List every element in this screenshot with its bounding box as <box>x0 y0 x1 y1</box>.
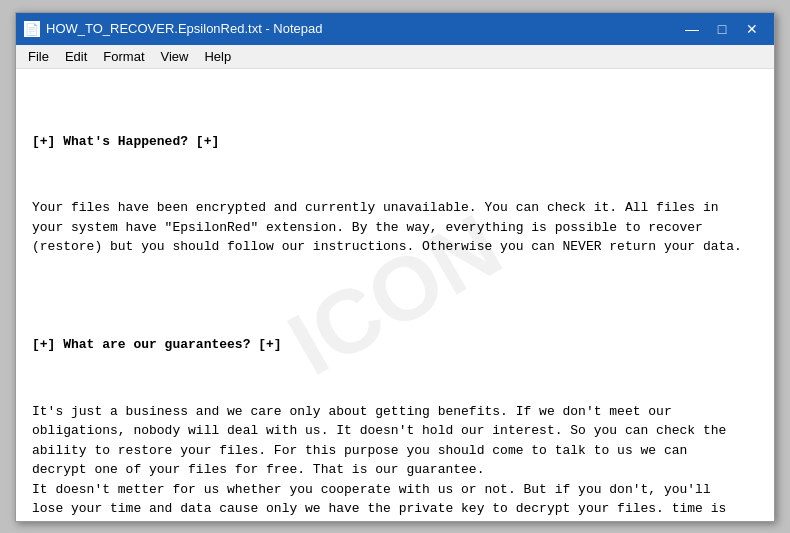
title-bar-controls: — □ ✕ <box>678 17 766 41</box>
document-content: [+] What's Happened? [+] Your files have… <box>32 81 758 521</box>
app-icon: 📄 <box>24 21 40 37</box>
maximize-button[interactable]: □ <box>708 17 736 41</box>
minimize-button[interactable]: — <box>678 17 706 41</box>
menu-help[interactable]: Help <box>196 47 239 66</box>
title-bar-left: 📄 HOW_TO_RECOVER.EpsilonRed.txt - Notepa… <box>24 21 322 37</box>
section1-heading: [+] What's Happened? [+] <box>32 132 758 152</box>
text-editor-area[interactable]: ICON [+] What's Happened? [+] Your files… <box>16 69 774 521</box>
close-button[interactable]: ✕ <box>738 17 766 41</box>
section2-heading: [+] What are our guarantees? [+] <box>32 335 758 355</box>
section2-body: It's just a business and we care only ab… <box>32 402 758 521</box>
menu-format[interactable]: Format <box>95 47 152 66</box>
menu-edit[interactable]: Edit <box>57 47 95 66</box>
notepad-window: 📄 HOW_TO_RECOVER.EpsilonRed.txt - Notepa… <box>15 12 775 522</box>
menu-bar: File Edit Format View Help <box>16 45 774 69</box>
menu-view[interactable]: View <box>153 47 197 66</box>
title-bar: 📄 HOW_TO_RECOVER.EpsilonRed.txt - Notepa… <box>16 13 774 45</box>
menu-file[interactable]: File <box>20 47 57 66</box>
section1-body: Your files have been encrypted and curre… <box>32 198 758 257</box>
window-title: HOW_TO_RECOVER.EpsilonRed.txt - Notepad <box>46 21 322 36</box>
